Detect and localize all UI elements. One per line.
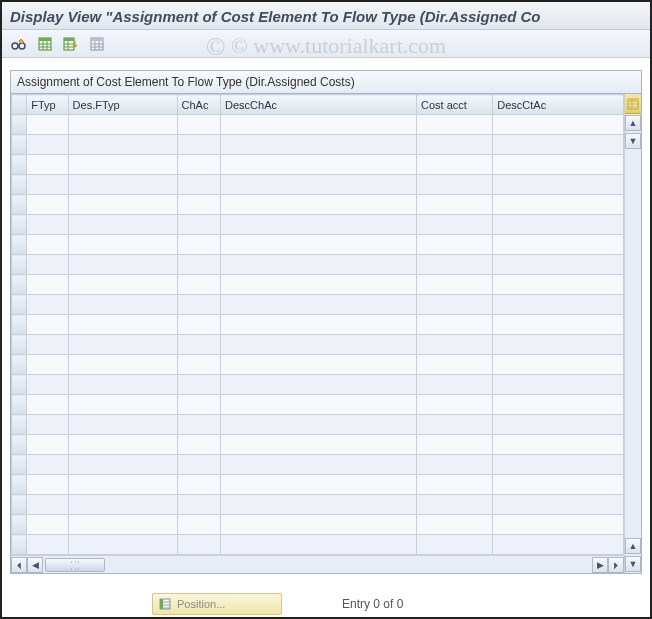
cell-ftyp[interactable] bbox=[27, 455, 68, 475]
table-row[interactable] bbox=[12, 195, 624, 215]
cell-descchac[interactable] bbox=[221, 235, 417, 255]
cell-chac[interactable] bbox=[177, 215, 221, 235]
cell-ftyp[interactable] bbox=[27, 475, 68, 495]
cell-descctac[interactable] bbox=[493, 115, 624, 135]
cell-descchac[interactable] bbox=[221, 395, 417, 415]
cell-ftyp[interactable] bbox=[27, 115, 68, 135]
cell-descctac[interactable] bbox=[493, 335, 624, 355]
cell-costacct[interactable] bbox=[417, 535, 493, 555]
table-row[interactable] bbox=[12, 235, 624, 255]
row-selector[interactable] bbox=[12, 475, 27, 495]
hscroll-thumb[interactable] bbox=[45, 558, 105, 572]
cell-descchac[interactable] bbox=[221, 455, 417, 475]
cell-descchac[interactable] bbox=[221, 495, 417, 515]
cell-costacct[interactable] bbox=[417, 315, 493, 335]
cell-desftyp[interactable] bbox=[68, 235, 177, 255]
row-selector-header[interactable] bbox=[12, 95, 27, 115]
table-row[interactable] bbox=[12, 315, 624, 335]
cell-desftyp[interactable] bbox=[68, 255, 177, 275]
cell-descchac[interactable] bbox=[221, 355, 417, 375]
cell-desftyp[interactable] bbox=[68, 295, 177, 315]
row-selector[interactable] bbox=[12, 335, 27, 355]
row-selector[interactable] bbox=[12, 235, 27, 255]
cell-chac[interactable] bbox=[177, 515, 221, 535]
scroll-right-end-icon[interactable]: ⏵ bbox=[608, 557, 624, 573]
cell-descctac[interactable] bbox=[493, 475, 624, 495]
cell-chac[interactable] bbox=[177, 275, 221, 295]
table-row[interactable] bbox=[12, 515, 624, 535]
cell-descctac[interactable] bbox=[493, 315, 624, 335]
cell-chac[interactable] bbox=[177, 115, 221, 135]
cell-descctac[interactable] bbox=[493, 255, 624, 275]
horizontal-scrollbar[interactable]: ⏴ ◀ ▶ ⏵ bbox=[11, 555, 624, 573]
cell-ftyp[interactable] bbox=[27, 315, 68, 335]
col-header-ftyp[interactable]: FTyp bbox=[27, 95, 68, 115]
row-selector[interactable] bbox=[12, 355, 27, 375]
table-row[interactable] bbox=[12, 435, 624, 455]
cell-desftyp[interactable] bbox=[68, 155, 177, 175]
row-selector[interactable] bbox=[12, 155, 27, 175]
cell-costacct[interactable] bbox=[417, 195, 493, 215]
cell-ftyp[interactable] bbox=[27, 435, 68, 455]
cell-ftyp[interactable] bbox=[27, 255, 68, 275]
cell-descctac[interactable] bbox=[493, 355, 624, 375]
cell-chac[interactable] bbox=[177, 195, 221, 215]
row-selector[interactable] bbox=[12, 135, 27, 155]
cell-descctac[interactable] bbox=[493, 515, 624, 535]
cell-descchac[interactable] bbox=[221, 195, 417, 215]
cell-descchac[interactable] bbox=[221, 275, 417, 295]
table-row[interactable] bbox=[12, 255, 624, 275]
row-selector[interactable] bbox=[12, 115, 27, 135]
scroll-down2-icon[interactable]: ▼ bbox=[625, 556, 641, 572]
cell-descchac[interactable] bbox=[221, 415, 417, 435]
cell-descctac[interactable] bbox=[493, 195, 624, 215]
cell-desftyp[interactable] bbox=[68, 535, 177, 555]
cell-descchac[interactable] bbox=[221, 475, 417, 495]
table-row[interactable] bbox=[12, 395, 624, 415]
cell-desftyp[interactable] bbox=[68, 495, 177, 515]
cell-chac[interactable] bbox=[177, 355, 221, 375]
cell-descchac[interactable] bbox=[221, 315, 417, 335]
cell-desftyp[interactable] bbox=[68, 275, 177, 295]
cell-ftyp[interactable] bbox=[27, 235, 68, 255]
row-selector[interactable] bbox=[12, 215, 27, 235]
cell-chac[interactable] bbox=[177, 295, 221, 315]
cell-desftyp[interactable] bbox=[68, 395, 177, 415]
cell-chac[interactable] bbox=[177, 395, 221, 415]
row-selector[interactable] bbox=[12, 435, 27, 455]
cell-costacct[interactable] bbox=[417, 355, 493, 375]
cell-desftyp[interactable] bbox=[68, 455, 177, 475]
table-row[interactable] bbox=[12, 115, 624, 135]
row-selector[interactable] bbox=[12, 195, 27, 215]
cell-chac[interactable] bbox=[177, 235, 221, 255]
cell-desftyp[interactable] bbox=[68, 415, 177, 435]
row-selector[interactable] bbox=[12, 175, 27, 195]
cell-desftyp[interactable] bbox=[68, 175, 177, 195]
cell-descchac[interactable] bbox=[221, 155, 417, 175]
cell-costacct[interactable] bbox=[417, 115, 493, 135]
cell-ftyp[interactable] bbox=[27, 295, 68, 315]
table-row[interactable] bbox=[12, 335, 624, 355]
table-row[interactable] bbox=[12, 415, 624, 435]
cell-descctac[interactable] bbox=[493, 175, 624, 195]
cell-chac[interactable] bbox=[177, 435, 221, 455]
cell-costacct[interactable] bbox=[417, 155, 493, 175]
vertical-scrollbar[interactable]: ▲ ▼ ▲ ▼ bbox=[624, 94, 641, 573]
cell-chac[interactable] bbox=[177, 475, 221, 495]
row-selector[interactable] bbox=[12, 295, 27, 315]
data-grid[interactable]: FTyp Des.FTyp ChAc DescChAc Cost acct De… bbox=[11, 94, 624, 555]
cell-chac[interactable] bbox=[177, 375, 221, 395]
cell-descchac[interactable] bbox=[221, 375, 417, 395]
cell-descctac[interactable] bbox=[493, 375, 624, 395]
cell-ftyp[interactable] bbox=[27, 395, 68, 415]
cell-desftyp[interactable] bbox=[68, 375, 177, 395]
cell-descctac[interactable] bbox=[493, 495, 624, 515]
cell-chac[interactable] bbox=[177, 455, 221, 475]
cell-desftyp[interactable] bbox=[68, 335, 177, 355]
col-header-desftyp[interactable]: Des.FTyp bbox=[68, 95, 177, 115]
cell-descctac[interactable] bbox=[493, 455, 624, 475]
cell-ftyp[interactable] bbox=[27, 335, 68, 355]
select-all-button[interactable] bbox=[34, 34, 56, 54]
cell-chac[interactable] bbox=[177, 255, 221, 275]
row-selector[interactable] bbox=[12, 395, 27, 415]
